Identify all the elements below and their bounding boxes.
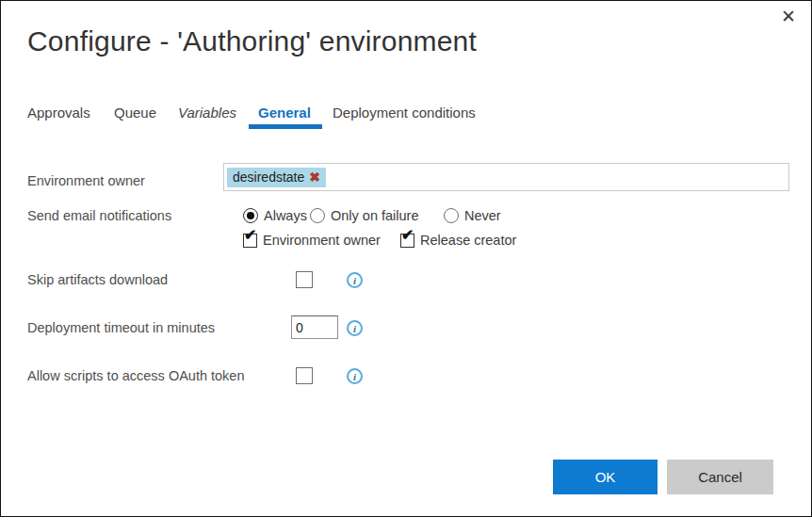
cancel-button[interactable]: Cancel [667, 460, 773, 494]
checkbox-environment-owner-label: Environment owner [263, 233, 381, 248]
oauth-token-info-icon[interactable]: i [347, 368, 363, 384]
radio-only-on-failure-circle [310, 208, 325, 223]
checkbox-release-creator-label: Release creator [420, 233, 516, 248]
radio-always-label: Always [264, 208, 307, 223]
active-tab-underline [249, 124, 322, 129]
checkbox-release-creator[interactable]: ✔ Release creator [400, 233, 516, 248]
checkbox-release-creator-box: ✔ [400, 234, 414, 248]
radio-never-label: Never [464, 208, 501, 223]
environment-owner-input[interactable]: desiredstate ✖ [223, 163, 789, 191]
radio-never[interactable]: Never [444, 208, 501, 223]
radio-always-circle [243, 208, 258, 223]
radio-only-on-failure[interactable]: Only on failure [310, 208, 419, 223]
tab-deployment-conditions[interactable]: Deployment conditions [333, 105, 476, 121]
skip-artifacts-label: Skip artifacts download [27, 272, 168, 287]
ok-button[interactable]: OK [553, 460, 658, 494]
tab-variables[interactable]: Variables [178, 105, 236, 121]
checkbox-environment-owner[interactable]: ✔ Environment owner [243, 233, 381, 248]
tab-approvals[interactable]: Approvals [27, 105, 90, 121]
tab-queue[interactable]: Queue [114, 105, 156, 121]
identity-chip-text: desiredstate [233, 170, 304, 185]
radio-only-on-failure-label: Only on failure [331, 208, 419, 223]
email-notifications-label: Send email notifications [27, 208, 171, 223]
radio-always[interactable]: Always [243, 208, 307, 223]
oauth-token-checkbox[interactable] [296, 367, 313, 384]
checkbox-environment-owner-box: ✔ [243, 234, 257, 248]
tab-general[interactable]: General [258, 105, 311, 121]
radio-never-circle [444, 208, 459, 223]
identity-chip: desiredstate ✖ [227, 168, 326, 187]
close-icon[interactable]: ✕ [781, 7, 796, 27]
skip-artifacts-info-icon[interactable]: i [347, 272, 363, 288]
configure-environment-dialog: ✕ Configure - 'Authoring' environment Ap… [0, 0, 812, 517]
deployment-timeout-label: Deployment timeout in minutes [27, 320, 215, 335]
environment-owner-label: Environment owner [27, 173, 145, 188]
deployment-timeout-info-icon[interactable]: i [347, 320, 363, 336]
skip-artifacts-checkbox[interactable] [296, 271, 313, 288]
oauth-token-label: Allow scripts to access OAuth token [27, 368, 245, 383]
deployment-timeout-input[interactable] [291, 315, 338, 339]
remove-identity-icon[interactable]: ✖ [309, 170, 320, 184]
dialog-title: Configure - 'Authoring' environment [27, 25, 477, 57]
